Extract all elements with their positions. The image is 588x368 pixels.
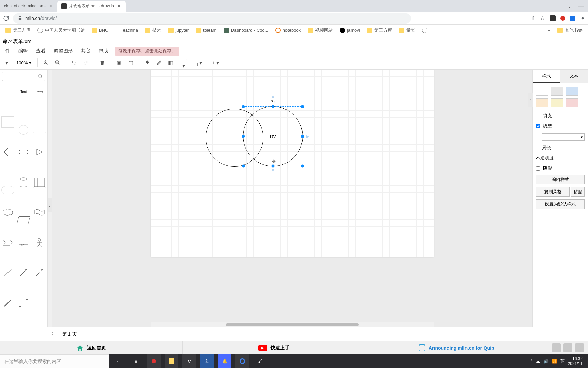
- collapse-right-icon[interactable]: ‹: [528, 93, 533, 107]
- shape-dash-arrow[interactable]: [33, 267, 46, 278]
- waypoints-icon[interactable]: ┐▾: [194, 58, 203, 67]
- app-recorder-icon[interactable]: [147, 354, 161, 368]
- edit-style-button[interactable]: 编辑样式: [536, 175, 585, 184]
- shape-parallelogram[interactable]: [17, 216, 30, 224]
- to-front-icon[interactable]: ▣: [114, 58, 124, 67]
- shape-step[interactable]: [1, 237, 14, 248]
- app-sigma-icon[interactable]: Σ: [200, 354, 214, 368]
- twitter-social-icon[interactable]: [575, 343, 584, 352]
- menu-view[interactable]: 查看: [32, 47, 50, 56]
- connect-hint-right[interactable]: ▶: [306, 134, 309, 139]
- shape-cloud[interactable]: [1, 206, 14, 218]
- swatch[interactable]: [566, 87, 578, 96]
- bookmarks-more[interactable]: »: [544, 28, 553, 33]
- add-icon[interactable]: + ▾: [211, 58, 220, 67]
- shape-thin-line[interactable]: [33, 297, 46, 309]
- zoom-level[interactable]: 100%▾: [14, 60, 34, 66]
- shape-cylinder[interactable]: [17, 177, 30, 188]
- new-tab-button[interactable]: +: [128, 1, 138, 11]
- bookmark[interactable]: [419, 26, 430, 34]
- bookmark[interactable]: jupyter: [165, 26, 192, 34]
- tab-active[interactable]: 未命名表单.xml - draw.io ×: [57, 1, 126, 12]
- resize-handle[interactable]: [301, 105, 304, 108]
- bookmark[interactable]: BNU: [89, 26, 111, 34]
- shape-line-diag[interactable]: [1, 267, 14, 278]
- shape-half[interactable]: [6, 96, 10, 103]
- to-back-icon[interactable]: ▢: [126, 58, 135, 67]
- zoom-out-icon[interactable]: [53, 58, 62, 67]
- shadow-checkbox[interactable]: [536, 166, 540, 171]
- shape-thick-line[interactable]: [1, 297, 14, 309]
- footer-quickstart[interactable]: ▶ 快速上手: [183, 341, 365, 354]
- shape-heading[interactable]: Heading: [33, 86, 46, 97]
- bookmark[interactable]: 中国人民大学图书馆: [35, 26, 87, 35]
- canvas-h-scrollbar[interactable]: [151, 322, 434, 327]
- shape-search-input[interactable]: [2, 72, 45, 81]
- bookmark[interactable]: 量表: [396, 26, 418, 35]
- delete-icon[interactable]: [98, 58, 107, 67]
- menu-help[interactable]: 帮助: [95, 47, 112, 56]
- bookmark[interactable]: 视频网站: [305, 26, 336, 35]
- fill-checkbox[interactable]: [536, 114, 540, 118]
- paste-style-button[interactable]: 粘贴: [571, 187, 585, 197]
- menu-edit[interactable]: 编辑: [14, 47, 32, 56]
- line-style-dropdown[interactable]: ▾: [542, 133, 585, 141]
- redo-icon[interactable]: [81, 58, 91, 67]
- shape-hexagon[interactable]: [17, 146, 30, 158]
- facebook-social-icon[interactable]: [564, 343, 572, 352]
- resize-handle[interactable]: [272, 105, 275, 108]
- line-checkbox[interactable]: [536, 124, 540, 128]
- youtube-social-icon[interactable]: [552, 343, 561, 352]
- shape-rounded[interactable]: [1, 186, 14, 194]
- copy-style-button[interactable]: 复制风格: [536, 187, 570, 197]
- ext-icon[interactable]: [550, 15, 556, 21]
- bookmark[interactable]: tolearn: [193, 26, 219, 34]
- shape-rect[interactable]: [1, 116, 14, 128]
- undo-icon[interactable]: [69, 58, 79, 67]
- shape-arrow[interactable]: [17, 267, 30, 278]
- shape-text[interactable]: Text: [17, 86, 30, 97]
- shape-table[interactable]: [33, 177, 46, 188]
- view-mode-button[interactable]: ▾: [2, 58, 12, 67]
- shape-wide-rect[interactable]: [33, 127, 46, 133]
- shape-triangle[interactable]: [33, 146, 46, 158]
- canvas-page[interactable]: DV ↻ ▲ ▼ ▶ ✥: [151, 70, 434, 257]
- bookmark[interactable]: eachina: [112, 26, 141, 34]
- footer-home[interactable]: 返回首页: [0, 341, 183, 354]
- unsaved-warning[interactable]: 修改未保存。点击此处保存。: [115, 47, 179, 56]
- default-style-button[interactable]: 设置为默认样式: [536, 199, 585, 209]
- document-title[interactable]: 命名表单.xml: [3, 38, 33, 45]
- tray-wifi-icon[interactable]: 📶: [552, 359, 557, 364]
- shape-actor[interactable]: [33, 237, 46, 248]
- menu-arrange[interactable]: 调整图形: [50, 47, 77, 56]
- menu-extras[interactable]: 其它: [77, 47, 95, 56]
- other-bookmarks[interactable]: 其他书签: [555, 26, 585, 35]
- app-nu-icon[interactable]: ν: [182, 354, 196, 368]
- resize-handle[interactable]: [301, 135, 304, 138]
- close-icon[interactable]: ×: [117, 4, 121, 9]
- fill-color-icon[interactable]: [143, 58, 152, 67]
- rotate-handle-icon[interactable]: ↻: [271, 99, 275, 105]
- tab-inactive[interactable]: cient of determination - ×: [0, 1, 57, 12]
- shape-diamond[interactable]: [1, 146, 14, 158]
- footer-announce[interactable]: Announcing mlln.cn for Quip: [365, 341, 548, 354]
- zoom-in-icon[interactable]: [41, 58, 51, 67]
- share-icon[interactable]: ⇧: [531, 15, 535, 21]
- task-view-icon[interactable]: ⊞: [129, 354, 143, 368]
- connect-hint-up[interactable]: ▲: [271, 94, 275, 99]
- shape-double-line[interactable]: [17, 297, 30, 309]
- meet-icon[interactable]: [570, 16, 575, 21]
- tray-cloud-icon[interactable]: ☁: [536, 359, 540, 364]
- scrollbar-thumb[interactable]: [226, 323, 359, 326]
- line-color-icon[interactable]: [154, 58, 164, 67]
- minimize-icon[interactable]: —: [578, 3, 584, 10]
- resize-handle[interactable]: [272, 165, 275, 168]
- bookmark[interactable]: notebook: [273, 26, 304, 34]
- swatch[interactable]: [551, 87, 563, 96]
- bookmark[interactable]: Dashboard - Cod...: [221, 26, 271, 34]
- swatch[interactable]: [536, 87, 548, 96]
- tab-style[interactable]: 样式: [533, 70, 560, 83]
- tab-text[interactable]: 文本: [560, 70, 588, 83]
- url-input[interactable]: mlln.cn/drawio/: [13, 13, 411, 24]
- shape-ellipse[interactable]: [19, 125, 28, 135]
